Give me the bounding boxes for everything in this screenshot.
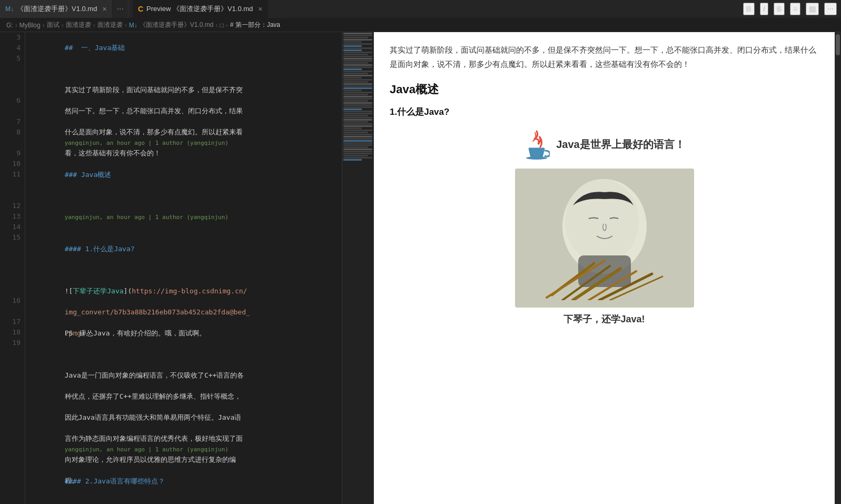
breadcrumb-part[interactable]: MyBlog (19, 22, 41, 29)
editor-pane: 3 4 5 6 · 7 8 · 9 10 11 12 13 14 15 16 ·… (0, 32, 374, 504)
code-line-11: ![下辈子还学Java](https://img-blog.csdnimg.cn… (32, 275, 335, 307)
code-line-10 (32, 265, 335, 275)
line-numbers: 3 4 5 6 · 7 8 · 9 10 11 12 13 14 15 16 ·… (0, 32, 25, 504)
tab-more-left[interactable]: ··· (113, 4, 128, 14)
java-logo: Java是世界上最好的语言！ (523, 129, 685, 160)
preview-toolbar: B I S ≡ ▤ ··· (743, 3, 837, 15)
code-line-git2: yangqinjun, an hour ago | 1 author (yang… (32, 201, 335, 233)
preview-tab-bar: C Preview 《面渣逆袭手册》V1.0.md × B I S ≡ ▤ ··… (128, 0, 841, 18)
line-num-8: 8 (0, 127, 25, 137)
main-area: 3 4 5 6 · 7 8 · 9 10 11 12 13 14 15 16 ·… (0, 32, 841, 504)
java-image-container: Java是世界上最好的语言！ (390, 129, 819, 325)
preview-intro: 其实过了萌新阶段，面试问基础就问的不多，但是保不齐突然问一下。想一下，总不能张口… (390, 43, 819, 71)
breadcrumb-icon: M↓ (129, 22, 137, 29)
java-flame-icon (523, 129, 550, 160)
preview-h2-java: Java概述 (390, 82, 819, 97)
minimap-content (342, 33, 373, 504)
breadcrumb-part[interactable]: 《面渣逆袭手册》V1.0.md (140, 21, 214, 29)
line-num-git1: · (0, 106, 25, 116)
scrollbar-thumb[interactable] (836, 34, 840, 55)
code-line-7: ### Java概述 (32, 159, 335, 191)
tab-label-preview: Preview 《面渣逆袭手册》V1.0.md (146, 4, 253, 14)
preview-content: 其实过了萌新阶段，面试问基础就问的不多，但是保不齐突然问一下。想一下，总不能张口… (374, 32, 835, 504)
line-num-7: 7 (0, 116, 25, 127)
editor-content[interactable]: ## 一、Java基础 其实过了萌新阶段，面试问基础就问的不多，但是保不齐突 然… (25, 32, 342, 504)
tab-label-left: 《面渣逆袭手册》V1.0.md (17, 4, 97, 14)
code-line-4 (32, 64, 335, 74)
code-line-6 (32, 116, 335, 127)
line-num-3: 3 (0, 32, 25, 43)
code-line-15: Java是一门面向对象的编程语言，不仅吸收了C++语言的各 种优点，还摒弃了C+… (32, 360, 335, 423)
line-num-19: 19 (0, 338, 25, 348)
breadcrumb-current: # 第一部分：Java (230, 21, 280, 29)
line-num-9: 9 (0, 148, 25, 159)
tab-bar: M↓ 《面渣逆袭手册》V1.0.md × ··· C Preview 《面渣逆袭… (0, 0, 841, 18)
line-num-15: 15 (0, 232, 25, 295)
toolbar-italic[interactable]: I (760, 3, 768, 15)
preview-icon: C (138, 5, 143, 13)
code-line-18 (32, 497, 335, 504)
code-line-3: ## 一、Java基础 (32, 32, 335, 64)
line-num-16: 16 (0, 295, 25, 306)
toolbar-columns[interactable]: ▤ (806, 3, 819, 15)
tab-preview[interactable]: C Preview 《面渣逆袭手册》V1.0.md × (133, 0, 268, 18)
code-line-16 (32, 423, 335, 433)
line-num-18: 18 (0, 327, 25, 338)
tab-group-left: M↓ 《面渣逆袭手册》V1.0.md × ··· C Preview 《面渣逆袭… (0, 0, 841, 18)
java-logo-svg (523, 129, 550, 160)
java-logo-text: Java是世界上最好的语言！ (556, 137, 685, 152)
svg-point-3 (565, 179, 639, 263)
code-line-8 (32, 191, 335, 201)
preview-pane[interactable]: 其实过了萌新阶段，面试问基础就问的不多，但是保不齐突然问一下。想一下，总不能张口… (374, 32, 835, 504)
toolbar-list[interactable]: ≡ (790, 3, 800, 15)
line-num-4: 4 (0, 43, 25, 53)
toolbar-bold[interactable]: B (743, 3, 755, 15)
line-num-11: 11 (0, 169, 25, 201)
line-num-6: 6 (0, 95, 25, 106)
meme-caption: 下琴子，还学Java! (563, 313, 645, 325)
code-line-17: #### 2.Java语言有哪些特点？ (32, 466, 335, 497)
line-num-5: 5 (0, 53, 25, 95)
preview-h3-what: 1.什么是Java? (390, 106, 819, 118)
breadcrumb-part: G: (6, 22, 13, 29)
line-num-12: 12 (0, 201, 25, 211)
tab-markdown-left[interactable]: M↓ 《面渣逆袭手册》V1.0.md × (0, 0, 113, 18)
line-num-14: 14 (0, 222, 25, 232)
line-num-10: 10 (0, 159, 25, 169)
java-meme-image (515, 169, 694, 308)
markdown-icon: M↓ (5, 5, 14, 13)
svg-point-0 (526, 156, 547, 160)
code-line-13: PS：碎怂Java，有啥好介绍的。哦，面试啊。 (32, 318, 335, 349)
line-num-git3: · (0, 306, 25, 317)
breadcrumb-part[interactable]: 面试 (47, 21, 60, 29)
code-line-9: #### 1.什么是Java? (32, 233, 335, 265)
minimap[interactable] (342, 32, 373, 504)
line-num-17: 17 (0, 317, 25, 327)
breadcrumb: G: › MyBlog › 面试 › 面渣逆袭 › 面渣逆袭 › M↓ 《面渣逆… (0, 18, 841, 32)
tab-close-left[interactable]: × (102, 5, 106, 13)
meme-svg (520, 174, 689, 300)
line-num-13: 13 (0, 211, 25, 222)
breadcrumb-part[interactable]: 面渣逆袭 (66, 21, 91, 29)
line-num-git2: · (0, 137, 25, 148)
toolbar-more[interactable]: ··· (824, 3, 837, 15)
code-line-14 (32, 349, 335, 360)
code-line-5: 其实过了萌新阶段，面试问基础就问的不多，但是保不齐突 然问一下。想一下，总不能张… (32, 74, 335, 116)
right-scrollbar[interactable] (835, 32, 841, 504)
breadcrumb-part[interactable]: 面渣逆袭 (97, 21, 123, 29)
toolbar-strike[interactable]: S (774, 3, 785, 15)
breadcrumb-part: □ (220, 22, 223, 29)
tab-close-preview[interactable]: × (258, 5, 262, 13)
